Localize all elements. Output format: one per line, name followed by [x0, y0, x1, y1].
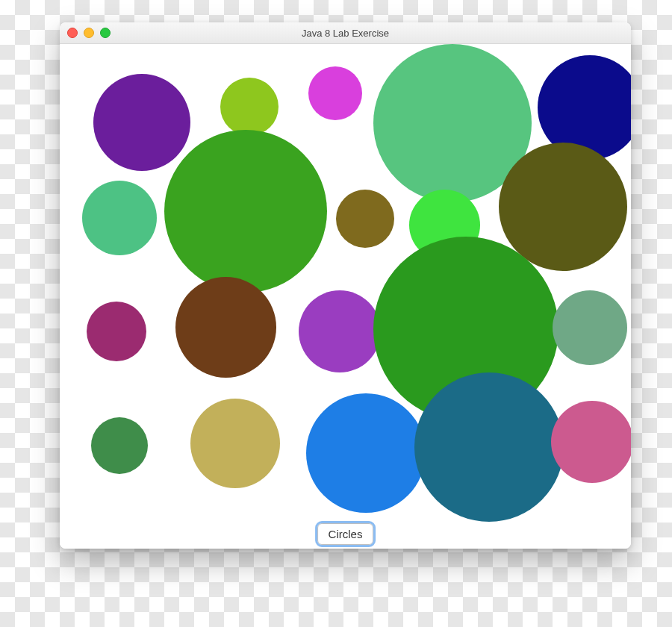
circle-forest-small-bottom-left [91, 417, 148, 474]
drawing-canvas: Circles [60, 44, 631, 549]
circle-olive-small-mid [336, 190, 394, 248]
circle-olive-large-right [499, 143, 627, 271]
circle-purple-large-top-left [93, 74, 190, 171]
circle-green-xl-mid-left [164, 130, 327, 293]
window-title: Java 8 Lab Exercise [60, 28, 631, 39]
page-background: Java 8 Lab Exercise Circles [0, 0, 672, 627]
circle-pink-med-bottom-right [551, 401, 631, 483]
circle-maroon-small-left [87, 302, 146, 361]
circles-button[interactable]: Circles [317, 523, 374, 545]
circle-brown-med-mid-left [175, 277, 276, 378]
titlebar[interactable]: Java 8 Lab Exercise [60, 22, 631, 44]
circle-sage-med-right [553, 290, 627, 365]
circle-magenta-small-top [308, 66, 362, 120]
app-window: Java 8 Lab Exercise Circles [60, 22, 631, 549]
circle-lime-small-top [220, 78, 279, 136]
circle-blue-large-bottom [306, 393, 426, 513]
circle-khaki-med-bottom [190, 399, 280, 488]
circle-teal-xl-bottom [414, 372, 564, 522]
circle-violet-med-mid [299, 290, 381, 372]
circle-mint-med-left [82, 181, 157, 255]
